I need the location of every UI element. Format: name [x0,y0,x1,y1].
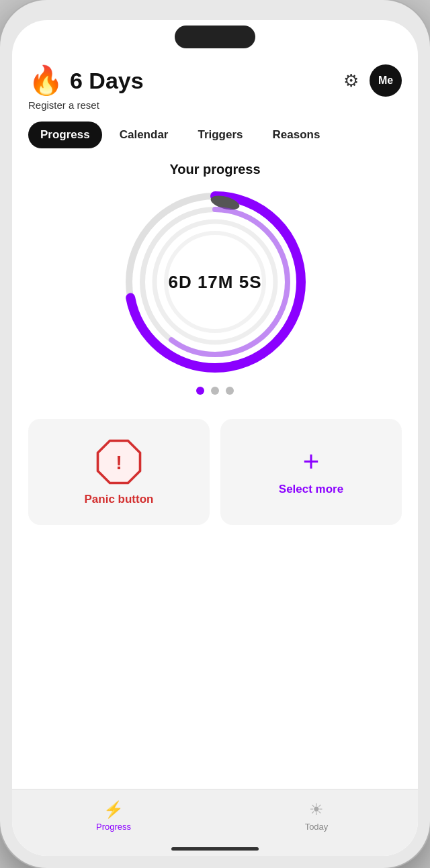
tab-progress[interactable]: Progress [28,122,102,148]
select-plus-icon: + [303,448,320,476]
tab-reasons[interactable]: Reasons [261,122,333,148]
content-area: 🔥 6 Days ⚙ Me Register a reset Progress … [12,54,418,789]
header-right: ⚙ Me [343,64,402,97]
progress-tab-icon: ⚡ [103,800,124,819]
select-more-label: Select more [279,483,343,496]
header-left: 🔥 6 Days [28,66,144,95]
bottom-tab-today[interactable]: ☀ Today [215,800,418,832]
dot-3[interactable] [226,387,234,395]
status-bar [12,20,418,54]
today-tab-label: Today [305,822,329,832]
bottom-tab-progress[interactable]: ⚡ Progress [12,800,215,832]
panic-octagon-icon: ! [95,438,143,486]
svg-text:!: ! [116,452,122,473]
phone-screen: 🔥 6 Days ⚙ Me Register a reset Progress … [12,20,418,856]
action-cards: ! Panic button + Select more [28,419,402,538]
select-more-card[interactable]: + Select more [220,419,402,525]
progress-section-title: Your progress [169,162,260,177]
dynamic-island [175,26,255,48]
panic-button-label: Panic button [85,493,154,506]
progress-ring-container: 6D 17M 5S [121,188,309,376]
dot-2[interactable] [211,387,219,395]
progress-section: Your progress [28,162,402,419]
tab-calendar[interactable]: Calendar [108,122,181,148]
bottom-nav: ⚡ Progress ☀ Today [12,789,418,856]
avatar[interactable]: Me [370,64,402,97]
today-tab-icon: ☀ [309,800,324,819]
tab-bar: Progress Calendar Triggers Reasons [28,122,402,162]
gear-icon[interactable]: ⚙ [343,70,359,91]
home-indicator [171,847,259,851]
app-header: 🔥 6 Days ⚙ Me [28,54,402,99]
panic-button-card[interactable]: ! Panic button [28,419,210,525]
dot-1[interactable] [196,387,204,395]
timer-display: 6D 17M 5S [168,272,261,293]
flame-icon: 🔥 [28,66,63,95]
carousel-dots [196,376,234,408]
days-title: 6 Days [70,68,144,94]
phone-frame: 🔥 6 Days ⚙ Me Register a reset Progress … [0,0,430,868]
tab-triggers[interactable]: Triggers [185,122,255,148]
progress-tab-label: Progress [96,822,131,832]
register-reset-link[interactable]: Register a reset [28,99,402,122]
